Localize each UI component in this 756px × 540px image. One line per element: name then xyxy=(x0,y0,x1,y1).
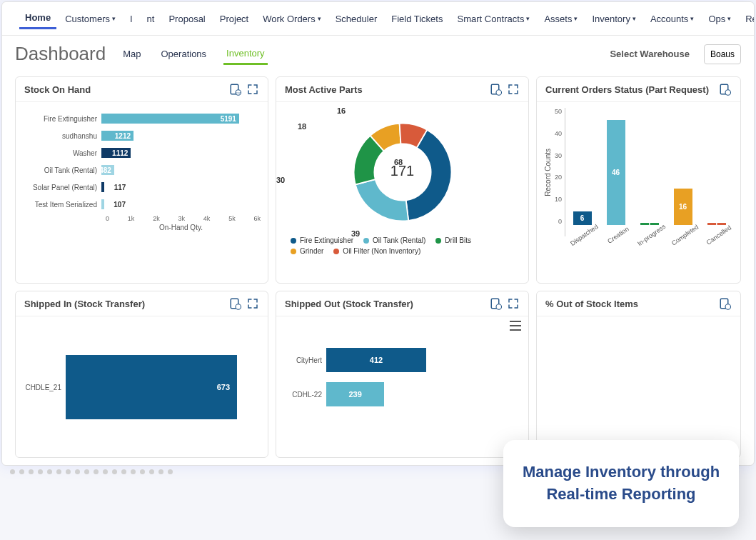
card-shipped-out: Shipped Out (Stock Transfer) CityHert412… xyxy=(276,291,529,458)
bar-creation[interactable]: 46 xyxy=(607,120,625,225)
dot[interactable] xyxy=(94,469,99,474)
bar-in-progress[interactable]: 1 xyxy=(640,223,659,225)
bar-dispatched[interactable]: 6 xyxy=(573,211,592,225)
legend-item[interactable]: Grinder xyxy=(291,247,323,255)
bar-label: Fire Extinguisher xyxy=(23,115,101,123)
dot[interactable] xyxy=(140,469,145,474)
expand-icon[interactable] xyxy=(246,297,259,310)
bar-value: 673 xyxy=(217,383,230,391)
overlay-text: Manage Inventory through Real-time Repor… xyxy=(520,461,722,506)
axis-tick: 0 xyxy=(106,215,109,222)
tab-operations[interactable]: Operations xyxy=(158,44,210,64)
warehouse-select[interactable]: Boaus xyxy=(704,44,741,64)
bar-value: 482 xyxy=(99,166,111,174)
csv-export-icon[interactable] xyxy=(719,83,732,96)
legend-swatch xyxy=(291,249,296,254)
shipout-chart: CityHert412CDHL-22239 xyxy=(276,316,528,457)
legend-label: Oil Filter (Non Inventory) xyxy=(343,247,420,255)
bar-sudhanshu: sudhanshu1212 xyxy=(23,129,261,142)
legend: Fire ExtinguisherOil Tank (Rental)Drill … xyxy=(283,236,521,255)
hamburger-menu-icon[interactable] xyxy=(510,321,521,331)
dot[interactable] xyxy=(29,469,34,474)
dot[interactable] xyxy=(158,469,163,474)
x-tick-label: Cancelled xyxy=(705,224,732,246)
bar-cancelled[interactable]: 1 xyxy=(707,223,726,225)
dot[interactable] xyxy=(103,469,108,474)
nav-inventory[interactable]: Inventory▾ xyxy=(586,9,641,29)
dot[interactable] xyxy=(47,469,52,474)
slice-value: 30 xyxy=(276,176,285,184)
card-title: Current Orders Status (Part Request) xyxy=(545,84,715,95)
card-title: Shipped In (Stock Transfer) xyxy=(24,299,225,309)
bar-label: Solar Panel (Rental) xyxy=(23,184,101,191)
csv-export-icon[interactable] xyxy=(719,297,732,310)
stock-chart: Fire Extinguisher5191sudhanshu1212Washer… xyxy=(16,102,268,283)
x-tick-label: Dispatched xyxy=(569,223,600,247)
nav-project[interactable]: Project xyxy=(214,9,254,29)
legend-label: Drill Bits xyxy=(445,236,471,244)
nav-nt[interactable]: nt xyxy=(141,9,161,29)
dot[interactable] xyxy=(84,469,89,474)
csv-export-icon[interactable] xyxy=(490,83,503,96)
csv-export-icon[interactable] xyxy=(229,297,242,310)
bar-completed[interactable]: 16 xyxy=(674,189,692,225)
bar[interactable]: 412 xyxy=(326,348,426,372)
chevron-down-icon: ▾ xyxy=(690,15,694,22)
nav-i[interactable]: I xyxy=(124,9,138,29)
nav-work-orders[interactable]: Work Orders▾ xyxy=(257,9,326,29)
dot[interactable] xyxy=(75,469,80,474)
bar-value: 1212 xyxy=(115,132,131,140)
dot[interactable] xyxy=(112,469,117,474)
dot[interactable] xyxy=(56,469,61,474)
expand-icon[interactable] xyxy=(246,83,259,96)
dot[interactable] xyxy=(38,469,43,474)
tab-map[interactable]: Map xyxy=(120,44,143,64)
bar-value: 1 xyxy=(647,220,652,228)
dot[interactable] xyxy=(10,469,15,474)
nav-field-tickets[interactable]: Field Tickets xyxy=(385,9,448,29)
nav-customers[interactable]: Customers▾ xyxy=(59,9,121,29)
donut-slice-oil-tank-(rental)[interactable] xyxy=(355,179,408,221)
bar-value: 117 xyxy=(114,184,126,191)
nav-ops[interactable]: Ops▾ xyxy=(702,9,737,29)
bar-label: Oil Tank (Rental) xyxy=(23,166,101,174)
axis-tick: 20 xyxy=(555,174,562,181)
nav-smart-contracts[interactable]: Smart Contracts▾ xyxy=(451,9,535,29)
csv-export-icon[interactable] xyxy=(490,297,503,310)
legend-swatch xyxy=(291,238,296,244)
bar[interactable]: 673 xyxy=(66,355,237,419)
bar-row: CDHL-22239 xyxy=(283,382,521,406)
svg-point-11 xyxy=(236,304,241,310)
card-title: % Out of Stock Items xyxy=(545,299,715,309)
bar-col: 6Dispatched xyxy=(570,108,595,225)
nav-home[interactable]: Home xyxy=(19,8,56,29)
tab-inventory[interactable]: Inventory xyxy=(223,44,267,65)
card-most-active-parts: Most Active Parts 6839301816171Fire Exti… xyxy=(276,76,529,284)
dot[interactable] xyxy=(168,469,173,474)
dot[interactable] xyxy=(121,469,126,474)
dot[interactable] xyxy=(19,469,24,474)
bar-value: 1112 xyxy=(112,149,128,157)
legend-item[interactable]: Fire Extinguisher xyxy=(291,236,353,244)
bar[interactable]: 239 xyxy=(326,382,384,406)
legend-item[interactable]: Oil Tank (Rental) xyxy=(363,236,425,244)
legend-item[interactable]: Drill Bits xyxy=(435,236,471,244)
nav-accounts[interactable]: Accounts▾ xyxy=(645,9,700,29)
nav-scheduler[interactable]: Scheduler xyxy=(330,9,383,29)
nav-assets[interactable]: Assets▾ xyxy=(538,9,583,29)
legend-item[interactable]: Oil Filter (Non Inventory) xyxy=(333,247,420,255)
nav-reports[interactable]: Reports xyxy=(740,9,754,29)
dot[interactable] xyxy=(66,469,71,474)
dot[interactable] xyxy=(131,469,136,474)
nav-proposal[interactable]: Proposal xyxy=(163,9,211,29)
csv-export-icon[interactable]: csv xyxy=(229,83,242,96)
slice-value: 18 xyxy=(298,122,306,131)
dot[interactable] xyxy=(149,469,154,474)
card-out-of-stock: % Out of Stock Items xyxy=(536,291,741,458)
chevron-down-icon: ▾ xyxy=(632,15,636,22)
card-title: Shipped Out (Stock Transfer) xyxy=(285,299,485,309)
donut-center-value: 171 xyxy=(390,163,414,179)
orders-chart: Record Counts504030201006Dispatched46Cre… xyxy=(537,102,740,283)
expand-icon[interactable] xyxy=(507,83,520,96)
expand-icon[interactable] xyxy=(507,297,520,310)
